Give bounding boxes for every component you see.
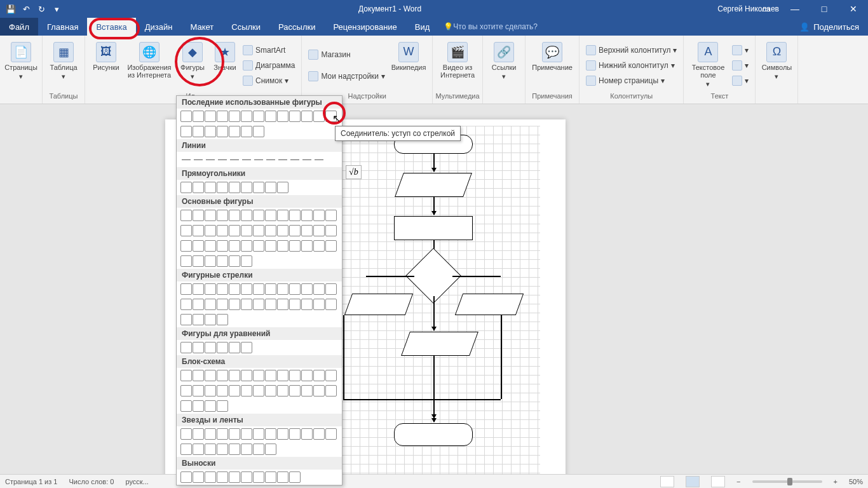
shape-swatch[interactable] (289, 210, 301, 221)
shape-swatch[interactable] (325, 111, 337, 122)
shape-swatch[interactable] (253, 182, 264, 193)
shape-swatch[interactable] (265, 240, 276, 252)
shape-swatch[interactable] (277, 154, 288, 165)
equation-object[interactable]: √b (346, 165, 362, 179)
shape-swatch[interactable] (205, 182, 216, 193)
shape-swatch[interactable] (277, 471, 288, 483)
flowchart-connector[interactable] (366, 276, 414, 277)
shape-swatch[interactable] (205, 255, 216, 267)
shape-swatch[interactable] (180, 225, 192, 236)
shape-swatch[interactable] (193, 255, 204, 267)
online-video-button[interactable]: 🎬Видео из Интернета (437, 39, 478, 92)
shape-swatch[interactable] (241, 154, 252, 165)
shapes-button[interactable]: ◆Фигуры▾ (175, 39, 210, 92)
shape-swatch[interactable] (265, 182, 276, 193)
shape-swatch[interactable] (217, 385, 228, 396)
shape-swatch[interactable] (193, 444, 204, 455)
shape-swatch[interactable] (277, 240, 288, 252)
shape-swatch[interactable] (193, 370, 204, 381)
shape-swatch[interactable] (205, 370, 216, 381)
shape-swatch[interactable] (277, 299, 288, 310)
shape-swatch[interactable] (229, 342, 240, 353)
shape-swatch[interactable] (229, 210, 240, 221)
shape-swatch[interactable] (205, 126, 216, 137)
zoom-level[interactable]: 50% (849, 478, 863, 485)
shape-swatch[interactable] (277, 428, 288, 440)
wordart-button[interactable]: ▾ (732, 58, 749, 72)
shape-swatch[interactable] (180, 182, 192, 193)
shape-swatch[interactable] (217, 314, 228, 325)
shape-swatch[interactable] (301, 240, 313, 252)
shape-swatch[interactable] (241, 471, 252, 483)
shape-swatch[interactable] (205, 314, 216, 325)
shape-swatch[interactable] (253, 444, 264, 455)
shape-swatch[interactable] (180, 283, 192, 295)
shape-swatch[interactable] (241, 225, 252, 236)
shape-swatch[interactable] (265, 299, 276, 310)
shape-swatch[interactable] (205, 444, 216, 455)
qat-dropdown-icon[interactable]: ▾ (51, 3, 62, 15)
shape-swatch[interactable] (265, 111, 276, 122)
undo-icon[interactable]: ↶ (20, 3, 32, 15)
shape-swatch[interactable] (325, 210, 337, 221)
shape-swatch[interactable] (325, 225, 337, 236)
shape-swatch[interactable] (265, 370, 276, 381)
shape-swatch[interactable] (325, 299, 337, 310)
shape-swatch[interactable] (241, 370, 252, 381)
shape-swatch[interactable] (289, 154, 301, 165)
shape-swatch[interactable] (313, 428, 325, 440)
tab-file[interactable]: Файл (0, 18, 38, 36)
shape-swatch[interactable] (217, 240, 228, 252)
shape-swatch[interactable] (301, 283, 313, 295)
shape-swatch[interactable] (180, 240, 192, 252)
shape-swatch[interactable] (193, 210, 204, 221)
shape-swatch[interactable] (180, 428, 192, 440)
shape-swatch[interactable] (241, 283, 252, 295)
tab-references[interactable]: Ссылки (222, 18, 269, 36)
shape-swatch[interactable] (301, 299, 313, 310)
shape-swatch[interactable] (180, 255, 192, 267)
shape-swatch[interactable] (253, 111, 264, 122)
shape-swatch[interactable] (253, 299, 264, 310)
shape-swatch[interactable] (289, 225, 301, 236)
shape-swatch[interactable] (229, 385, 240, 396)
flowchart-data[interactable] (455, 294, 524, 315)
shape-swatch[interactable] (301, 111, 313, 122)
shape-swatch[interactable] (313, 154, 325, 165)
icons-button[interactable]: ★Значки (211, 39, 239, 92)
shape-swatch[interactable] (301, 385, 313, 396)
shape-swatch[interactable] (241, 255, 252, 267)
shape-swatch[interactable] (325, 240, 337, 252)
shape-swatch[interactable] (241, 111, 252, 122)
shape-swatch[interactable] (193, 299, 204, 310)
flowchart-process[interactable] (394, 216, 473, 240)
shape-swatch[interactable] (229, 126, 240, 137)
shape-swatch[interactable] (301, 370, 313, 381)
shape-swatch[interactable] (205, 471, 216, 483)
shape-swatch[interactable] (241, 126, 252, 137)
view-web-button[interactable] (711, 476, 725, 487)
shape-swatch[interactable] (241, 444, 252, 455)
myaddins-button[interactable]: Мои надстройки ▾ (308, 69, 385, 83)
pictures-button[interactable]: 🖼Рисунки (89, 39, 123, 92)
shape-swatch[interactable] (229, 299, 240, 310)
shape-swatch[interactable] (277, 283, 288, 295)
quickparts-button[interactable]: ▾ (732, 43, 749, 57)
flowchart-data[interactable] (401, 332, 478, 356)
shape-swatch[interactable] (301, 210, 313, 221)
shape-swatch[interactable] (229, 111, 240, 122)
tab-home[interactable]: Главная (38, 18, 87, 36)
shape-swatch[interactable] (265, 471, 276, 483)
shape-swatch[interactable] (289, 385, 301, 396)
shape-swatch[interactable] (205, 111, 216, 122)
status-page[interactable]: Страница 1 из 1 (5, 478, 57, 485)
shape-swatch[interactable] (253, 240, 264, 252)
shape-swatch[interactable] (241, 240, 252, 252)
symbols-button[interactable]: ΩСимволы▾ (759, 39, 794, 92)
tab-design[interactable]: Дизайн (136, 18, 182, 36)
status-language[interactable]: русск... (125, 478, 148, 485)
shape-swatch[interactable] (205, 385, 216, 396)
shape-swatch[interactable] (180, 400, 192, 412)
shape-swatch[interactable] (289, 240, 301, 252)
shape-swatch[interactable] (301, 154, 313, 165)
